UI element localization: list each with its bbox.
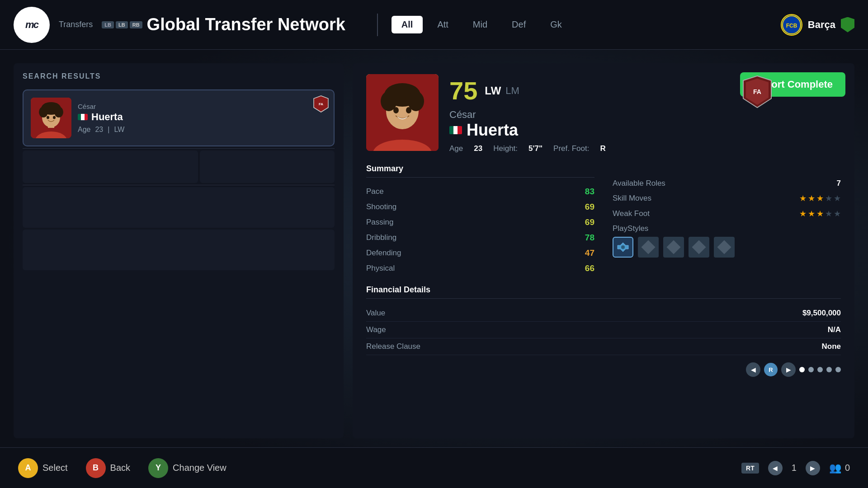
attr-roles: Available Roles 7 <box>613 176 841 191</box>
nav-tabs: All Att Mid Def Gk <box>392 16 572 33</box>
tab-def[interactable]: Def <box>502 16 536 33</box>
change-view-label: Change View <box>173 463 226 473</box>
pace-value: 83 <box>585 187 594 197</box>
player-detail-avatar <box>366 74 439 151</box>
age-label-card: Age <box>78 126 90 134</box>
btn-y-circle[interactable]: Y <box>148 458 168 478</box>
dribbling-label: Dribbling <box>366 233 396 242</box>
player-full-name-row: Huerta <box>449 121 841 140</box>
pagination-row: ◀ R ▶ <box>366 362 841 377</box>
divider <box>377 14 378 36</box>
player-rating: 75 <box>449 76 477 105</box>
detail-panel: Report Complete <box>353 63 854 438</box>
player-card-meta: Age 23 | LW <box>78 126 326 134</box>
action-change-view: Y Change View <box>148 458 226 478</box>
stat-shooting: Shooting 69 <box>366 199 594 215</box>
dot-4 <box>826 367 832 372</box>
svg-text:FA: FA <box>319 102 323 106</box>
playstyle-icon-1 <box>613 237 633 258</box>
financial-section: Financial Details Value $9,500,000 Wage … <box>366 285 841 355</box>
ph-right-1 <box>200 150 335 183</box>
player-first-name: César <box>449 109 841 121</box>
svg-point-23 <box>394 85 410 98</box>
people-icon: 👥 <box>829 462 841 474</box>
roles-value: 7 <box>837 179 841 188</box>
separator-1 <box>23 148 335 149</box>
height-label-detail: Height: <box>493 144 518 153</box>
btn-a-circle[interactable]: A <box>18 458 38 478</box>
release-value: None <box>822 342 841 351</box>
playstyle-icon-3 <box>663 237 684 258</box>
svg-point-12 <box>53 116 56 119</box>
shooting-value: 69 <box>585 202 594 212</box>
weak-foot-stars: ★ ★ ★ ★ ★ <box>799 209 841 219</box>
roles-label: Available Roles <box>613 179 665 188</box>
people-count-value: 0 <box>845 463 850 473</box>
club-area: FCB Barça <box>781 14 854 36</box>
fin-release-row: Release Clause None <box>366 338 841 355</box>
club-badge-icon: FCB <box>781 14 802 36</box>
star-4: ★ <box>825 193 832 203</box>
tab-att[interactable]: Att <box>427 16 458 33</box>
playstyles-label: PlayStyles <box>613 224 648 233</box>
shield-icon <box>841 17 854 33</box>
nav-count: 1 <box>792 463 797 473</box>
last-name-text: Huerta <box>91 111 123 123</box>
club-badge-detail: FA <box>741 74 773 112</box>
player-card-avatar <box>31 98 71 138</box>
player-bio: Age 23 Height: 5'7" Pref. Foot: R <box>449 144 841 153</box>
svg-point-25 <box>406 107 411 113</box>
top-bar: mc Transfers LB LB RB Global Transfer Ne… <box>0 0 868 50</box>
dribbling-value: 78 <box>585 233 594 243</box>
rb-badge: RB <box>130 21 142 28</box>
svg-point-24 <box>393 107 399 113</box>
wage-label: Wage <box>366 325 386 334</box>
page-next-btn[interactable]: ▶ <box>781 362 796 377</box>
separator-card: | <box>108 126 109 134</box>
value-value: $9,500,000 <box>802 309 841 318</box>
value-label: Value <box>366 309 385 318</box>
stat-passing: Passing 69 <box>366 215 594 230</box>
page-r-btn[interactable]: R <box>764 363 778 376</box>
player-name-block: César Huerta <box>449 109 841 140</box>
foot-label-detail: Pref. Foot: <box>553 144 589 153</box>
nav-left-btn[interactable]: ◀ <box>768 461 783 475</box>
defending-label: Defending <box>366 249 401 258</box>
svg-point-26 <box>621 245 625 249</box>
playstyles-icons-row <box>613 237 735 258</box>
playstyle-icon-4 <box>689 237 709 258</box>
bottom-bar: A Select B Back Y Change View RT ◀ 1 ▶ 👥… <box>0 447 868 488</box>
financial-title: Financial Details <box>366 285 841 299</box>
page-prev-btn[interactable]: ◀ <box>746 362 760 377</box>
select-label: Select <box>42 463 68 473</box>
mc-logo: mc <box>14 7 50 43</box>
main-content: SEARCH RESULTS <box>0 54 868 447</box>
fin-value-row: Value $9,500,000 <box>366 305 841 322</box>
btn-b-circle[interactable]: B <box>86 458 106 478</box>
dot-5 <box>835 367 841 372</box>
tab-gk[interactable]: Gk <box>540 16 572 33</box>
fin-wage-row: Wage N/A <box>366 322 841 338</box>
wstar-5: ★ <box>834 209 841 219</box>
wstar-4: ★ <box>825 209 832 219</box>
flag-mx-detail <box>449 126 462 134</box>
skill-moves-label: Skill Moves <box>613 194 651 203</box>
physical-label: Physical <box>366 264 395 273</box>
wage-value: N/A <box>828 325 841 334</box>
separator-2 <box>23 185 335 185</box>
attr-skill-moves: Skill Moves ★ ★ ★ ★ ★ <box>613 191 841 206</box>
star-5: ★ <box>834 193 841 203</box>
passing-label: Passing <box>366 218 393 227</box>
weak-foot-label: Weak Foot <box>613 209 650 218</box>
player-card-first-name: César <box>78 103 326 110</box>
attr-playstyles: PlayStyles <box>613 221 841 260</box>
player-card[interactable]: César Huerta Age 23 | LW FA <box>23 89 335 146</box>
tab-all[interactable]: All <box>392 16 423 33</box>
svg-point-11 <box>47 116 49 119</box>
tab-mid[interactable]: Mid <box>463 16 497 33</box>
flag-mx-card <box>78 114 88 120</box>
nav-right-btn[interactable]: ▶ <box>806 461 820 475</box>
stats-left: Summary Pace 83 Shooting 69 Passing 69 D… <box>366 164 594 276</box>
people-count: 👥 0 <box>829 462 850 474</box>
result-placeholder-1 <box>23 150 335 183</box>
